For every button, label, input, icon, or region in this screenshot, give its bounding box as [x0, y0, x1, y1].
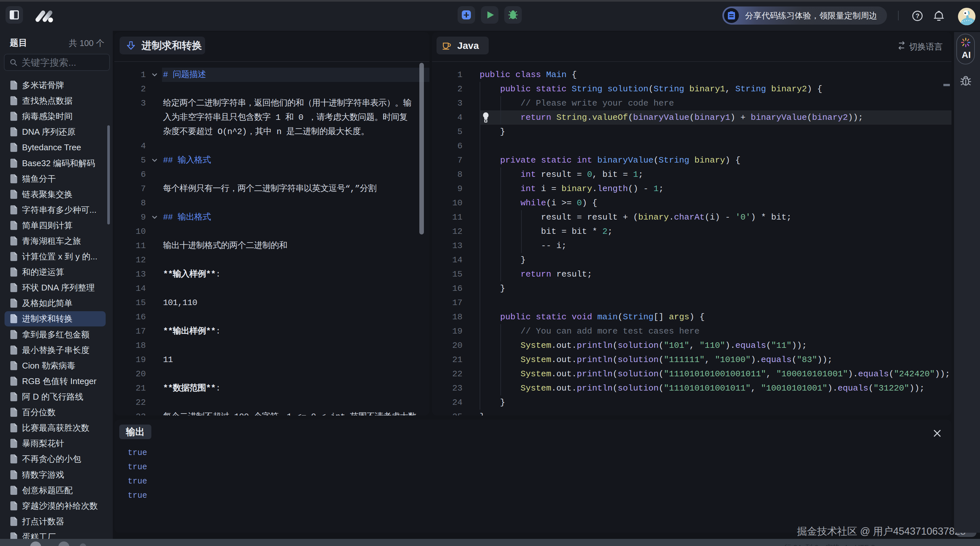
svg-text:?: ?: [915, 12, 920, 19]
